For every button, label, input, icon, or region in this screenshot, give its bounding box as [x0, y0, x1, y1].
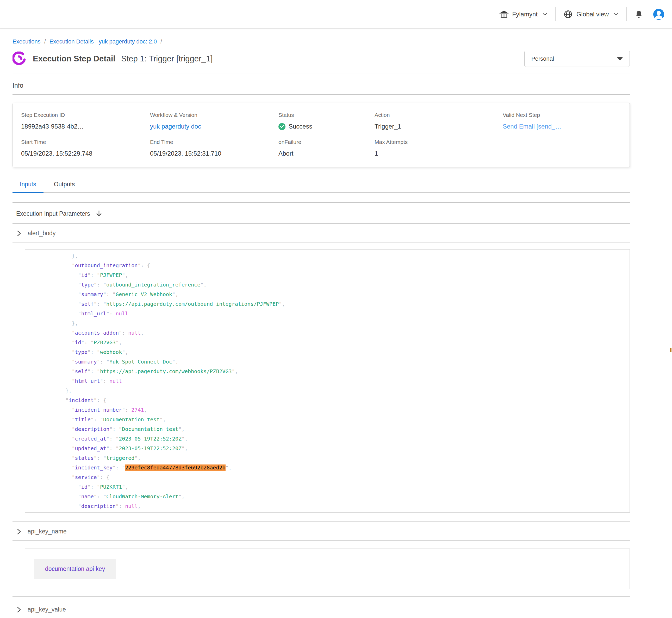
info-field: Step Execution ID 18992a43-9538-4b2…: [21, 112, 150, 130]
field-label: End Time: [150, 139, 278, 145]
section-divider: [12, 202, 630, 203]
user-menu[interactable]: [653, 8, 665, 20]
scope-select[interactable]: Personal: [524, 51, 630, 67]
org-switcher[interactable]: Fylamynt: [499, 10, 548, 19]
breadcrumb: Executions / Execution Details - yuk pag…: [12, 38, 630, 45]
download-arrow-icon[interactable]: [95, 210, 103, 217]
param-row-alert-body[interactable]: alert_body: [12, 230, 630, 237]
info-field: onFailure Abort: [278, 139, 374, 157]
param-row-api-key-value[interactable]: api_key_value: [12, 606, 630, 613]
section-divider: [12, 94, 630, 95]
section-divider: [12, 521, 630, 522]
field-label: Start Time: [21, 139, 150, 145]
avatar-icon: [653, 8, 665, 20]
field-value: 18992a43-9538-4b2…: [21, 123, 150, 130]
next-step-link[interactable]: Send Email [send_…: [503, 123, 561, 130]
scrollbar-match-marker: [670, 348, 671, 352]
workflow-logo-icon: [12, 51, 27, 66]
topbar-separator: [626, 7, 627, 21]
info-field: Workflow & Version yuk pagerduty doc: [150, 112, 278, 130]
bank-icon: [499, 10, 509, 19]
info-field: Valid Next Step Send Email [send_…: [503, 112, 624, 130]
breadcrumb-execution-details[interactable]: Execution Details - yuk pagerduty doc: 2…: [50, 38, 157, 45]
section-divider: [12, 223, 630, 224]
view-switcher[interactable]: Global view: [563, 10, 618, 19]
api-key-name-chip: documentation api key: [34, 559, 116, 579]
alert-body-json-viewer[interactable]: "https://api.pagerduty.com/…", }, "outbo…: [25, 249, 630, 513]
execution-input-parameters-heading: Execution Input Parameters: [16, 210, 90, 217]
tab-outputs[interactable]: Outputs: [47, 181, 82, 192]
globe-icon: [563, 10, 573, 19]
tab-inputs[interactable]: Inputs: [12, 181, 44, 193]
main-content: Executions / Execution Details - yuk pag…: [0, 38, 672, 613]
info-field: Status Success: [278, 112, 374, 130]
chevron-right-icon: [16, 528, 22, 535]
success-check-icon: [278, 123, 285, 130]
breadcrumb-separator: /: [160, 38, 162, 45]
param-label: api_key_name: [27, 528, 67, 535]
title-row: Execution Step Detail Step 1: Trigger [t…: [12, 51, 630, 67]
field-label: Action: [374, 112, 503, 118]
status-text: Success: [288, 123, 312, 130]
workflow-link[interactable]: yuk pagerduty doc: [150, 123, 201, 130]
param-row-api-key-name[interactable]: api_key_name: [12, 528, 630, 535]
field-value: Trigger_1: [374, 123, 503, 130]
json-code: "https://api.pagerduty.com/…", }, "outbo…: [25, 249, 629, 513]
chevron-down-icon: [613, 12, 618, 16]
topbar-separator: [555, 7, 556, 21]
breadcrumb-separator: /: [44, 38, 46, 45]
field-label: Workflow & Version: [150, 112, 278, 118]
param-label: alert_body: [27, 230, 56, 237]
execution-input-parameters-row: Execution Input Parameters: [12, 210, 630, 217]
info-field: Max Attempts 1: [374, 139, 503, 157]
section-divider: [12, 242, 630, 242]
field-label: Valid Next Step: [503, 112, 624, 118]
chevron-right-icon: [16, 230, 22, 237]
info-field: Action Trigger_1: [374, 112, 503, 130]
field-value: 1: [374, 150, 503, 157]
info-card: Step Execution ID 18992a43-9538-4b2… Wor…: [12, 103, 630, 167]
top-bar: Fylamynt Global view: [0, 0, 672, 29]
info-field: End Time 05/19/2023, 15:52:31.710: [150, 139, 278, 157]
page-subtitle: Step 1: Trigger [trigger_1]: [121, 54, 213, 64]
field-value: Abort: [278, 150, 374, 157]
chevron-right-icon: [16, 606, 22, 613]
field-value: 05/19/2023, 15:52:29.748: [21, 150, 150, 157]
field-label: Step Execution ID: [21, 112, 150, 118]
breadcrumb-executions[interactable]: Executions: [12, 38, 40, 45]
org-label: Fylamynt: [512, 11, 537, 18]
notifications-button[interactable]: [635, 10, 643, 19]
bell-icon: [635, 10, 643, 19]
field-label: Status: [278, 112, 374, 118]
view-label: Global view: [576, 11, 609, 18]
section-divider: [12, 540, 630, 541]
param-label: api_key_value: [27, 606, 66, 613]
section-divider: [12, 596, 630, 597]
info-field: Start Time 05/19/2023, 15:52:29.748: [21, 139, 150, 157]
tab-bar: Inputs Outputs: [12, 181, 630, 193]
chevron-down-icon: [542, 12, 548, 16]
scope-select-value: Personal: [531, 56, 554, 62]
field-label: Max Attempts: [374, 139, 503, 145]
page-title: Execution Step Detail: [33, 54, 115, 64]
field-label: onFailure: [278, 139, 374, 145]
dropdown-arrow-icon: [617, 57, 623, 61]
info-heading: Info: [12, 82, 630, 89]
api-key-name-panel: documentation api key: [25, 548, 630, 589]
field-value: 05/19/2023, 15:52:31.710: [150, 150, 278, 157]
